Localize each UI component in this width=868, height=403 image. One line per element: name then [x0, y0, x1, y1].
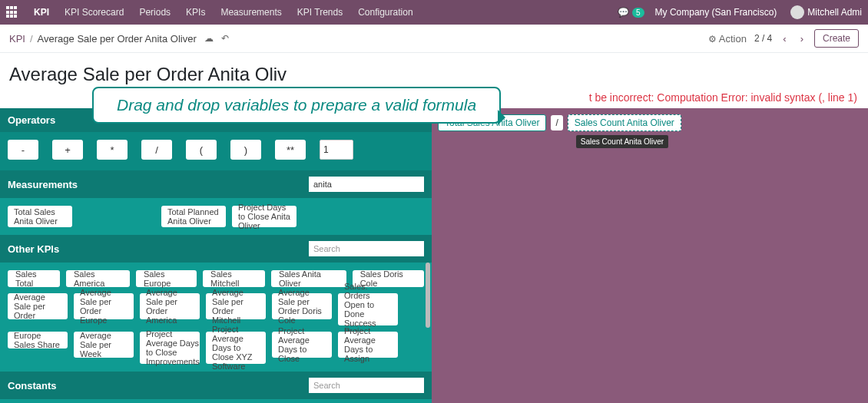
- palette-panel: Operators - + * / ( ) ** Measurements To…: [0, 108, 432, 403]
- breadcrumb-root[interactable]: KPI: [9, 33, 25, 45]
- discard-icon[interactable]: ↶: [221, 33, 229, 44]
- hint-callout: Drag and drop variables to prepare a val…: [92, 87, 501, 124]
- page-title: Average Sale per Order Anita Oliv: [0, 53, 868, 91]
- user-name: Mitchell Admi: [807, 7, 862, 18]
- operator-divide[interactable]: /: [141, 140, 172, 160]
- formula-builder: Drag and drop variables to prepare a val…: [0, 108, 868, 403]
- constants-search[interactable]: [309, 378, 424, 393]
- kpi-chip[interactable]: Average Sale per Week: [74, 332, 134, 358]
- kpi-chip[interactable]: Sales Europe: [136, 270, 197, 287]
- create-button[interactable]: Create: [814, 29, 859, 48]
- kpi-chip[interactable]: Sales Total: [8, 270, 60, 287]
- nav-measurements[interactable]: Measurements: [213, 7, 289, 18]
- constants-header: Constants: [0, 372, 432, 399]
- kpi-chip[interactable]: Average Sale per Order Doris Cole: [272, 293, 332, 319]
- operator-multiply[interactable]: *: [97, 140, 128, 160]
- control-bar: KPI / Average Sale per Order Anita Olive…: [0, 25, 868, 53]
- gear-icon: ⚙: [708, 34, 717, 45]
- operator-minus[interactable]: -: [8, 140, 38, 160]
- kpi-chip[interactable]: Average Sale per Order Europe: [74, 293, 134, 319]
- constants-body: Total Investments: [0, 399, 432, 403]
- user-menu[interactable]: Mitchell Admi: [787, 5, 862, 19]
- operator-plus[interactable]: +: [52, 140, 83, 160]
- other-kpis-body: Sales Total Sales America Sales Europe S…: [0, 263, 432, 372]
- kpi-chip[interactable]: Sales: Orders Open to Done Success Ratio: [338, 293, 398, 325]
- formula-operator[interactable]: /: [551, 115, 562, 130]
- other-kpis-search[interactable]: [309, 241, 424, 256]
- pager-next[interactable]: ›: [797, 33, 807, 45]
- kpi-chip[interactable]: Sales Mitchell: [203, 270, 265, 287]
- kpi-chip[interactable]: Project Average Days to Close: [272, 332, 332, 358]
- kpi-chip[interactable]: Project Average Days to Assign: [338, 332, 398, 358]
- kpi-chip[interactable]: Sales America: [66, 270, 130, 287]
- messaging-icon[interactable]: 💬 5: [618, 7, 644, 18]
- measurements-search[interactable]: [309, 177, 424, 192]
- nav-configuration[interactable]: Configuration: [350, 7, 420, 18]
- measurements-body: Total Sales Anita Oliver Total Planned A…: [0, 198, 432, 235]
- measurement-chip[interactable]: Total Sales Anita Oliver: [8, 206, 72, 227]
- nav-app-name[interactable]: KPI: [26, 7, 57, 18]
- company-selector[interactable]: My Company (San Francisco): [655, 7, 777, 18]
- measurement-chip[interactable]: Total Planned Anita Oliver: [161, 206, 226, 227]
- operators-row: - + * / ( ) **: [0, 132, 432, 170]
- kpi-chip[interactable]: Average Sale per Order: [8, 293, 68, 319]
- other-kpis-header: Other KPIs: [0, 235, 432, 263]
- apps-icon[interactable]: [6, 6, 18, 18]
- operator-lparen[interactable]: (: [186, 140, 217, 160]
- formula-drop-area[interactable]: Total Sales Anita Oliver / Sales Count A…: [432, 108, 868, 403]
- kpi-chip[interactable]: Sales Anita Oliver: [271, 270, 346, 287]
- kpi-chip[interactable]: Project Average Days to Close XYZ Softwa…: [206, 332, 266, 364]
- kpi-chip[interactable]: Average Sale per Order America: [140, 293, 200, 319]
- nav-kpi-trends[interactable]: KPI Trends: [290, 7, 350, 18]
- action-dropdown[interactable]: ⚙ Action: [708, 33, 747, 45]
- operator-rparen[interactable]: ): [230, 140, 261, 160]
- nav-kpi-scorecard[interactable]: KPI Scorecard: [57, 7, 131, 18]
- measurement-chip[interactable]: Project Days to Close Anita Oliver: [232, 206, 297, 227]
- kpi-chip[interactable]: Europe Sales Share: [8, 332, 68, 348]
- drag-tooltip: Sales Count Anita Oliver: [576, 135, 668, 148]
- formula-chip-dragging[interactable]: Sales Count Anita Oliver Sales Count Ani…: [568, 114, 681, 131]
- pager-text: 2 / 4: [754, 33, 772, 44]
- avatar: [790, 5, 804, 19]
- operator-number-input[interactable]: [320, 140, 353, 160]
- operator-power[interactable]: **: [275, 140, 306, 160]
- breadcrumb-leaf: Average Sale per Order Anita Oliver: [38, 33, 197, 45]
- pager-prev[interactable]: ‹: [780, 33, 789, 45]
- chat-icon: 💬: [618, 7, 629, 18]
- kpi-scrollbar[interactable]: [426, 263, 430, 372]
- nav-periods[interactable]: Periods: [131, 7, 178, 18]
- kpi-chip[interactable]: Project Average Days to Close Improvemen…: [140, 332, 200, 364]
- measurements-header: Measurements: [0, 170, 432, 198]
- cloud-status-icon[interactable]: ☁: [204, 33, 214, 44]
- chat-count: 5: [632, 8, 644, 18]
- top-navbar: KPI KPI Scorecard Periods KPIs Measureme…: [0, 0, 868, 25]
- kpi-chip[interactable]: Average Sale per Order Mitchell: [206, 293, 266, 319]
- nav-kpis[interactable]: KPIs: [178, 7, 213, 18]
